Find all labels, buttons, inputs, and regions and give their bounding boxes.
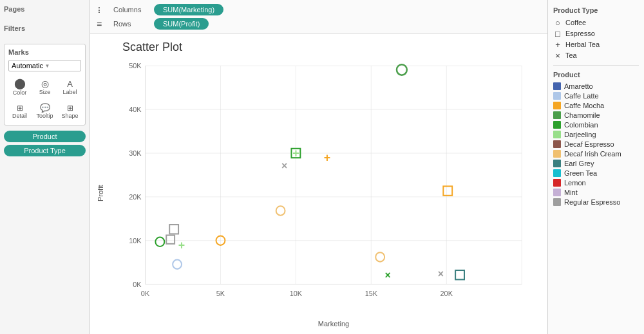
svg-text:50K: 50K bbox=[129, 62, 142, 70]
columns-icon: ⫶ bbox=[97, 5, 108, 15]
svg-text:15K: 15K bbox=[365, 290, 378, 297]
legend-item: Earl Grey bbox=[553, 160, 639, 167]
dropdown-arrow-icon: ▼ bbox=[45, 63, 79, 69]
svg-rect-26 bbox=[169, 225, 178, 234]
chart-plot: 0K 10K 20K 30K 40K 50K 0K 5K 10K 15K 20K bbox=[113, 59, 535, 317]
legend-item: Chamomile bbox=[553, 111, 639, 119]
legend-item: ×Tea bbox=[553, 51, 639, 60]
main-area: ⫶ Columns SUM(Marketing) ≡ Rows SUM(Prof… bbox=[90, 0, 547, 334]
scatter-plot-svg: 0K 10K 20K 30K 40K 50K 0K 5K 10K 15K 20K bbox=[113, 59, 535, 317]
product-color-swatch bbox=[553, 160, 561, 167]
tooltip-label: Tooltip bbox=[36, 113, 53, 119]
product-type-symbol: × bbox=[553, 51, 562, 60]
product-legend-title: Product bbox=[553, 71, 639, 79]
product-item-label: Lemon bbox=[564, 179, 586, 187]
svg-text:+: + bbox=[292, 147, 299, 160]
product-color-swatch bbox=[553, 179, 561, 187]
label-icon: A bbox=[67, 80, 73, 88]
legend-item: Darjeeling bbox=[553, 131, 639, 138]
product-item-label: Darjeeling bbox=[564, 131, 596, 138]
y-axis-label: Profit bbox=[97, 59, 107, 328]
x-axis-label: Marketing bbox=[133, 320, 535, 328]
legend-item: Amaretto bbox=[553, 82, 639, 90]
product-type-item-label: Coffee bbox=[565, 19, 586, 26]
legend-item: ○Coffee bbox=[553, 18, 639, 27]
product-color-swatch bbox=[553, 111, 561, 119]
svg-text:+: + bbox=[324, 151, 330, 164]
detail-label: Detail bbox=[12, 113, 27, 119]
tooltip-button[interactable]: 💬 Tooltip bbox=[33, 102, 56, 121]
size-button[interactable]: ◎ Size bbox=[33, 77, 56, 98]
left-panel: Pages Filters Marks Automatic ▼ ⬤ Color … bbox=[0, 0, 90, 334]
shape-label: Shape bbox=[61, 113, 78, 119]
svg-text:40K: 40K bbox=[129, 106, 142, 113]
product-type-item-label: Herbal Tea bbox=[565, 41, 600, 48]
product-type-symbol: □ bbox=[553, 29, 562, 38]
columns-row: ⫶ Columns SUM(Marketing) bbox=[97, 4, 541, 15]
svg-text:30K: 30K bbox=[129, 149, 142, 157]
svg-point-40 bbox=[173, 260, 182, 269]
product-type-item-label: Espresso bbox=[565, 30, 595, 37]
color-button[interactable]: ⬤ Color bbox=[8, 77, 31, 98]
product-type-symbol: + bbox=[553, 40, 562, 49]
detail-button[interactable]: ⊞ Detail bbox=[8, 102, 31, 121]
product-pill[interactable]: Product bbox=[4, 131, 86, 142]
product-color-swatch bbox=[553, 102, 561, 109]
tooltip-icon: 💬 bbox=[40, 104, 50, 112]
product-item-label: Caffe Mocha bbox=[564, 102, 604, 109]
product-type-legend-title: Product Type bbox=[553, 6, 639, 14]
product-item-label: Decaf Espresso bbox=[564, 140, 614, 148]
svg-text:0K: 0K bbox=[141, 290, 150, 297]
marks-dropdown[interactable]: Automatic ▼ bbox=[8, 60, 81, 71]
svg-text:10K: 10K bbox=[129, 237, 142, 245]
svg-text:×: × bbox=[281, 159, 287, 171]
product-color-swatch bbox=[553, 121, 561, 129]
product-item-label: Amaretto bbox=[564, 82, 593, 90]
product-item-label: Colombian bbox=[564, 121, 598, 129]
product-item-label: Mint bbox=[564, 189, 578, 196]
svg-text:0K: 0K bbox=[133, 281, 142, 288]
product-color-swatch bbox=[553, 198, 561, 206]
legend-item: Mint bbox=[553, 189, 639, 196]
rows-pill[interactable]: SUM(Profit) bbox=[154, 18, 209, 30]
product-color-swatch bbox=[553, 131, 561, 138]
legend-item: Green Tea bbox=[553, 169, 639, 177]
product-type-symbol: ○ bbox=[553, 18, 562, 27]
product-color-swatch bbox=[553, 92, 561, 100]
product-item-label: Earl Grey bbox=[564, 160, 594, 167]
product-legend: AmarettoCaffe LatteCaffe MochaChamomileC… bbox=[553, 82, 639, 206]
product-item-label: Chamomile bbox=[564, 111, 600, 119]
rows-label: Rows bbox=[113, 20, 149, 28]
legend-item: Decaf Irish Cream bbox=[553, 150, 639, 158]
color-label: Color bbox=[13, 89, 27, 96]
product-type-legend: ○Coffee□Espresso+Herbal Tea×Tea bbox=[553, 18, 639, 60]
svg-text:5K: 5K bbox=[216, 290, 225, 297]
shape-button[interactable]: ⊞ Shape bbox=[59, 102, 81, 121]
svg-rect-41 bbox=[166, 236, 175, 244]
pages-label: Pages bbox=[4, 5, 86, 14]
svg-text:×: × bbox=[384, 269, 390, 281]
columns-pill[interactable]: SUM(Marketing) bbox=[154, 4, 223, 15]
svg-point-25 bbox=[155, 237, 164, 246]
shape-icon: ⊞ bbox=[67, 104, 73, 112]
legend-item: Regular Espresso bbox=[553, 198, 639, 206]
legend-item: Decaf Espresso bbox=[553, 140, 639, 148]
color-icon: ⬤ bbox=[14, 79, 26, 89]
product-type-pill[interactable]: Product Type bbox=[4, 145, 86, 156]
rows-row: ≡ Rows SUM(Profit) bbox=[97, 18, 541, 30]
label-button[interactable]: A Label bbox=[59, 77, 81, 98]
product-color-swatch bbox=[553, 140, 561, 148]
product-type-item-label: Tea bbox=[565, 51, 577, 59]
svg-text:+: + bbox=[178, 239, 185, 252]
legend-item: Lemon bbox=[553, 179, 639, 187]
svg-point-38 bbox=[375, 252, 384, 261]
svg-text:20K: 20K bbox=[440, 290, 453, 297]
marks-label: Marks bbox=[8, 48, 81, 56]
size-icon: ◎ bbox=[41, 79, 49, 88]
svg-rect-35 bbox=[443, 186, 452, 195]
svg-text:10K: 10K bbox=[290, 290, 303, 297]
filters-section: Filters bbox=[4, 24, 86, 37]
chart-area: Scatter Plot Profit bbox=[90, 34, 547, 334]
legend-item: Caffe Latte bbox=[553, 92, 639, 100]
pages-section: Pages bbox=[4, 5, 86, 18]
